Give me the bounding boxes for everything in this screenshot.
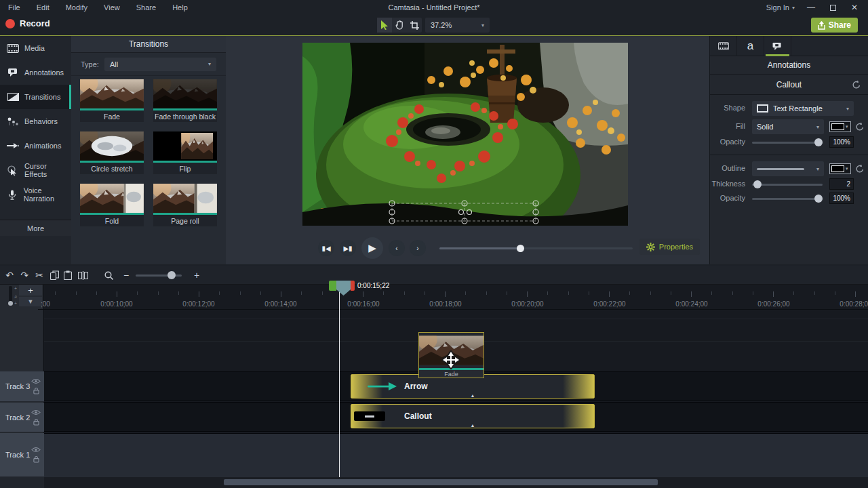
split-icon: [78, 271, 88, 280]
clip-callout[interactable]: Callout ▲: [351, 404, 595, 428]
clip-expand-chevron[interactable]: ▲: [471, 423, 475, 428]
menu-modify[interactable]: Modify: [58, 3, 96, 12]
fill-opacity-value[interactable]: 100%: [829, 136, 854, 148]
redo-button[interactable]: ↷: [18, 268, 31, 282]
select-tool-button[interactable]: [377, 18, 392, 33]
outline-opacity-value[interactable]: 100%: [829, 192, 854, 204]
outline-style-dropdown[interactable]: ▾: [752, 161, 824, 176]
playhead-grip[interactable]: [336, 281, 351, 296]
sign-in-button[interactable]: Sign In▾: [762, 3, 799, 12]
timeline-hscrollbar[interactable]: [44, 477, 868, 488]
playhead-line[interactable]: [339, 291, 340, 477]
track-height-slider[interactable]: +⌕+: [7, 286, 16, 308]
menu-file[interactable]: File: [0, 3, 28, 12]
slider-handle[interactable]: [753, 180, 762, 188]
annotation-icon: [772, 42, 783, 51]
tab-text-properties[interactable]: a: [737, 36, 764, 56]
shape-dropdown[interactable]: Text Rectangle ▾: [752, 101, 854, 116]
lock-icon[interactable]: [33, 387, 39, 394]
sidebar-item-annotations[interactable]: Annotations: [0, 60, 71, 85]
fill-style-dropdown[interactable]: Solid ▾: [752, 119, 824, 134]
slider-handle[interactable]: [814, 138, 823, 146]
step-forward-button[interactable]: ▶▮: [340, 240, 356, 256]
minimize-button[interactable]: —: [802, 1, 821, 14]
sidebar-more-button[interactable]: More: [0, 220, 71, 236]
share-button[interactable]: Share: [811, 18, 858, 33]
playhead-out-handle[interactable]: [351, 281, 355, 291]
scrubber[interactable]: [439, 247, 633, 249]
cut-button[interactable]: ✂: [33, 268, 46, 282]
record-icon: [5, 19, 15, 28]
pan-tool-button[interactable]: [392, 18, 407, 33]
sidebar-item-behaviors[interactable]: Behaviors: [0, 109, 71, 134]
transition-fade[interactable]: Fade: [80, 79, 144, 122]
cursor-effects-icon: [7, 165, 19, 176]
sidebar-item-animations[interactable]: Animations: [0, 134, 71, 158]
transition-circle-stretch[interactable]: Circle stretch: [80, 131, 144, 174]
step-back-button[interactable]: ▮◀: [318, 240, 334, 256]
scrubber-handle[interactable]: [517, 245, 524, 252]
eye-icon[interactable]: [31, 409, 41, 415]
reset-icon[interactable]: [855, 164, 865, 174]
reset-icon[interactable]: [852, 80, 861, 89]
transition-flip[interactable]: Flip: [153, 131, 217, 174]
film-icon: [718, 42, 729, 50]
maximize-button[interactable]: [823, 1, 842, 14]
menu-share[interactable]: Share: [128, 3, 164, 12]
fill-opacity-row: Opacity 100%: [710, 135, 868, 150]
timeline-zoom-icon[interactable]: [102, 268, 115, 282]
menu-view[interactable]: View: [96, 3, 128, 12]
menu-help[interactable]: Help: [164, 3, 196, 12]
tab-annotation-properties[interactable]: [764, 36, 791, 56]
copy-button[interactable]: [47, 268, 61, 282]
timeline-zoom-in-button[interactable]: +: [190, 268, 203, 282]
fill-opacity-slider[interactable]: [752, 138, 823, 146]
split-button[interactable]: [76, 268, 90, 282]
sidebar-item-transitions[interactable]: Transitions: [0, 85, 71, 109]
transition-page-roll[interactable]: Page roll: [153, 184, 217, 226]
lock-icon[interactable]: [33, 418, 39, 426]
reset-icon[interactable]: [855, 122, 865, 131]
timeline-zoom-handle[interactable]: [167, 271, 176, 279]
next-button[interactable]: ›: [410, 240, 426, 256]
track1-row[interactable]: [44, 433, 868, 477]
lock-icon[interactable]: [33, 455, 39, 463]
tab-media-properties[interactable]: [710, 36, 737, 56]
crop-tool-button[interactable]: [407, 18, 422, 33]
fill-color-swatch[interactable]: ▾: [829, 121, 851, 132]
undo-button[interactable]: ↶: [3, 268, 16, 282]
copy-icon: [50, 270, 59, 280]
properties-button[interactable]: Properties: [639, 239, 700, 255]
trim-handle-right[interactable]: [563, 405, 594, 428]
transitions-panel: Transitions Type: All ▾ Fade Fade throug…: [71, 36, 226, 264]
type-dropdown[interactable]: All ▾: [104, 58, 216, 71]
transition-fold[interactable]: Fold: [80, 184, 144, 226]
slider-handle[interactable]: [814, 195, 823, 203]
sidebar-item-voice-narration[interactable]: Voice Narration: [0, 182, 71, 207]
menu-edit[interactable]: Edit: [28, 3, 58, 12]
eye-icon[interactable]: [31, 378, 41, 384]
sidebar-item-cursor-effects[interactable]: Cursor Effects: [0, 158, 71, 182]
paste-button[interactable]: [61, 268, 75, 282]
eye-icon[interactable]: [31, 447, 41, 453]
previous-button[interactable]: ‹: [389, 240, 405, 256]
playhead-in-handle[interactable]: [329, 281, 336, 291]
close-button[interactable]: ✕: [845, 1, 864, 14]
canvas-zoom-dropdown[interactable]: 37.2% ▾: [425, 18, 490, 33]
thickness-value[interactable]: 2: [829, 178, 854, 190]
transitions-icon: [7, 93, 19, 101]
clip-expand-chevron[interactable]: ▲: [471, 393, 475, 398]
sidebar-item-media[interactable]: Media: [0, 36, 71, 60]
trim-handle-right[interactable]: [563, 375, 594, 398]
transition-fade-through-black[interactable]: Fade through black: [153, 79, 217, 122]
type-filter-row: Type: All ▾: [71, 53, 226, 76]
outline-color-swatch[interactable]: ▾: [829, 163, 851, 174]
record-button[interactable]: Record: [5, 18, 50, 28]
outline-opacity-slider[interactable]: [752, 195, 823, 203]
play-button[interactable]: ▶: [361, 237, 383, 259]
timeline-zoom-out-button[interactable]: −: [119, 268, 133, 282]
timeline-ruler[interactable]: ;00 0:00:10;00 0:00:12;00 0:00:14;00 0:0…: [38, 291, 868, 310]
playhead[interactable]: [329, 281, 355, 296]
thickness-slider[interactable]: [752, 180, 823, 188]
scrollbar-thumb[interactable]: [224, 479, 658, 485]
